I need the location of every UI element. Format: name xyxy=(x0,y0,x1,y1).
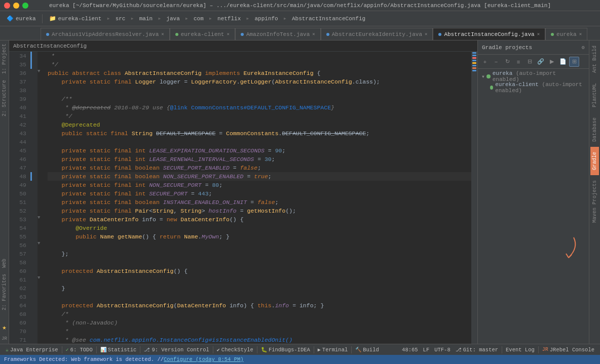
tab-dot xyxy=(438,33,441,36)
toolbar-main[interactable]: main xyxy=(137,15,155,23)
editor-area: AbstractInstanceConfig 34 35 36 37 38 39… xyxy=(9,41,477,344)
window-controls[interactable] xyxy=(4,3,28,9)
tab-abstractinstance[interactable]: AbstractInstanceConfig.java ✕ xyxy=(433,28,545,40)
status-jrebel[interactable]: JR JRebel Console xyxy=(540,344,597,355)
status-lf[interactable]: LF xyxy=(421,344,432,355)
tab-eureka[interactable]: eureka ✕ xyxy=(545,28,587,40)
left-panel-tabs: 1: Project 2: Structure Web 2: Favorites… xyxy=(0,41,9,344)
left-tab-favorites[interactable]: 2: Favorites xyxy=(1,271,8,313)
tab-label: AmazonInfoTest.java xyxy=(246,31,310,37)
gradle-btn-run[interactable]: ▶ xyxy=(547,57,557,67)
scroll-mark-3 xyxy=(472,60,476,61)
ln-54: 54 xyxy=(9,224,26,232)
ln-40: 40 xyxy=(9,103,26,112)
toolbar-eureka-client[interactable]: 📁 eureka-client xyxy=(47,14,104,24)
close-icon[interactable]: ✕ xyxy=(312,31,315,37)
tab-abstracteureka[interactable]: AbstractEurekaIdentity.java ✕ xyxy=(321,28,433,40)
toolbar-java[interactable]: java xyxy=(164,15,181,23)
close-icon[interactable]: ✕ xyxy=(161,31,164,37)
minimize-button[interactable] xyxy=(13,3,19,9)
status-checkstyle[interactable]: ✔ CheckStyle xyxy=(214,344,256,355)
close-button[interactable] xyxy=(4,3,10,9)
status-build[interactable]: 🔨 Build xyxy=(353,344,382,355)
gradle-btn-script[interactable]: 📄 xyxy=(558,57,568,67)
code-line-68: /* xyxy=(48,310,471,318)
status-java-enterprise[interactable]: ☕ Java Enterprise xyxy=(3,344,61,355)
settings-icon[interactable]: ⚙ xyxy=(582,45,585,51)
editor-container: 34 35 36 37 38 39 40 41 42 43 44 45 46 4… xyxy=(9,52,477,344)
close-icon[interactable]: ✕ xyxy=(425,31,427,37)
close-icon[interactable]: ✕ xyxy=(227,31,229,37)
close-icon[interactable]: ✕ xyxy=(579,31,582,37)
right-tab-database[interactable]: Database xyxy=(590,112,599,147)
tab-archaius[interactable]: Archaius1VipAddressResolver.java ✕ xyxy=(41,28,170,40)
status-statistic[interactable]: 📊 Statistic xyxy=(98,344,139,355)
ln-61: 61 xyxy=(9,275,26,284)
toolbar-eureka[interactable]: 🔷 eureka xyxy=(4,14,38,24)
gradle-btn-plus[interactable]: + xyxy=(480,57,490,67)
gradle-btn-active[interactable]: ⊞ xyxy=(569,57,579,67)
toolbar-src[interactable]: src xyxy=(114,15,128,23)
gutter-change-36 xyxy=(30,52,32,60)
ln-36: 36 xyxy=(9,69,26,77)
status-todo[interactable]: ✓ 6: TODO xyxy=(63,344,95,355)
tab-dot xyxy=(175,33,178,36)
status-version-control[interactable]: ⎇ 9: Version Control xyxy=(141,344,211,355)
notification-link[interactable]: Configure (today 8:54 PM) xyxy=(164,356,244,362)
ln-50: 50 xyxy=(9,189,26,198)
jrebel-left-icon: JR xyxy=(2,336,7,341)
tab-eureka-client[interactable]: eureka-client ✕ xyxy=(170,28,235,40)
toolbar-appinfo[interactable]: appinfo xyxy=(253,15,280,23)
code-line-60: protected AbstractInstanceConfig() { xyxy=(48,267,471,275)
fold-marker-60[interactable]: ▼ xyxy=(38,215,40,220)
status-event-log[interactable]: Event Log xyxy=(503,344,537,355)
left-tab-web[interactable]: Web xyxy=(1,256,8,271)
right-tab-maven[interactable]: Maven Projects xyxy=(590,175,599,228)
gradle-btn-link[interactable]: 🔗 xyxy=(536,57,546,67)
gradle-btn-expand[interactable]: ≡ xyxy=(513,57,523,67)
gradle-panel-title: Gradle projects xyxy=(482,45,532,51)
fold-marker-68[interactable]: ▼ xyxy=(38,275,40,280)
code-line-45: private static final int LEASE_EXPIRATIO… xyxy=(48,146,471,155)
status-terminal[interactable]: ▶ Terminal xyxy=(315,344,350,355)
gradle-btn-collapse[interactable]: ⊟ xyxy=(524,57,535,67)
left-tab-structure[interactable]: 2: Structure xyxy=(1,77,8,119)
sep1 xyxy=(42,14,43,23)
maximize-button[interactable] xyxy=(22,3,28,9)
fold-marker-36[interactable]: ▼ xyxy=(38,69,40,74)
star-icon: ★ xyxy=(2,323,6,332)
code-line-34: * xyxy=(48,52,471,60)
left-tab-project[interactable]: 1: Project xyxy=(1,41,8,77)
code-line-71: * @see com.netflix.appinfo.InstanceConfi… xyxy=(48,336,471,344)
status-encoding[interactable]: UTF-8 xyxy=(432,344,453,355)
toolbar-netflix[interactable]: netflix xyxy=(215,15,243,23)
code-lines[interactable]: * */ public abstract class AbstractInsta… xyxy=(44,52,471,344)
code-line-61 xyxy=(48,275,471,284)
status-line-col[interactable]: 48:65 xyxy=(399,344,421,355)
status-branch[interactable]: ⎇ Git: master xyxy=(453,344,501,355)
ln-71: 71 xyxy=(9,336,26,344)
gradle-header-buttons: ⚙ xyxy=(582,45,585,51)
close-icon[interactable]: ✕ xyxy=(537,31,540,37)
right-tab-plantuml[interactable]: PlantUML xyxy=(590,78,599,112)
code-filename: AbstractInstanceConfig xyxy=(13,43,87,49)
arrow-svg xyxy=(543,232,584,263)
tab-amazoninfo[interactable]: AmazonInfoTest.java ✕ xyxy=(235,28,321,40)
gradle-item-eureka[interactable]: ▼ eureka (auto-import enabled) xyxy=(478,71,589,82)
gradle-item-eureka-client[interactable]: eureka-client (auto-import enabled) xyxy=(478,82,589,93)
right-tab-gradle[interactable]: Gradle xyxy=(590,147,599,175)
status-findbugs[interactable]: 🐛 FindBugs-IDEA xyxy=(258,344,313,355)
code-line-47: private static final boolean SECURE_PORT… xyxy=(48,164,471,172)
gradle-btn-minus[interactable]: − xyxy=(491,57,501,67)
ln-37: 37 xyxy=(9,77,26,86)
fold-marker-64[interactable]: ▼ xyxy=(38,241,40,246)
gradle-btn-refresh[interactable]: ↻ xyxy=(502,57,512,67)
ln-34: 34 xyxy=(9,52,26,60)
toolbar-com[interactable]: com xyxy=(192,15,206,23)
right-tab-ant[interactable]: Ant Build xyxy=(590,41,599,78)
scrollbar-gutter[interactable] xyxy=(471,52,477,344)
git-icon: ⎇ xyxy=(456,347,462,353)
toolbar-filename[interactable]: AbstractInstanceConfig xyxy=(290,15,367,23)
tab-dot xyxy=(326,33,329,36)
code-line-69: * (non-Javadoc) xyxy=(48,318,471,327)
